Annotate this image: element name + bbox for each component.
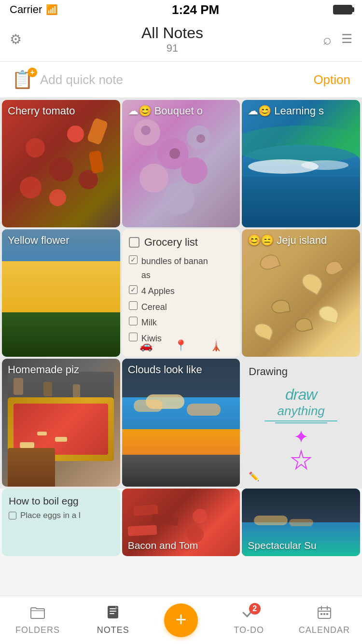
carrier-label: Carrier — [10, 3, 42, 16]
status-left: Carrier 📶 — [10, 3, 58, 16]
note-overlay-jeju — [242, 229, 360, 357]
header: ⚙ All Notes 91 ⌕ ☰ — [0, 19, 362, 62]
grocery-title: Grocery list — [144, 236, 198, 249]
item-text-2: Cereal — [141, 300, 167, 314]
note-card-grocery-list[interactable]: Grocery list bundles of bananas 4 Apples… — [122, 229, 240, 357]
footer-car-icon: 🚗 — [139, 339, 153, 352]
quick-note-bar: 📋 + Add quick note Option — [0, 62, 362, 98]
grocery-item-0: bundles of bananas — [129, 254, 234, 282]
draw-text-2: anything — [278, 404, 325, 419]
footer-pin-icon: 📍 — [174, 339, 187, 352]
wifi-icon: 📶 — [46, 4, 58, 15]
quick-note-placeholder[interactable]: Add quick note — [40, 72, 123, 87]
note-icon-wrap: 📋 + — [12, 70, 33, 90]
page-title: All Notes — [141, 24, 203, 42]
note-overlay-pizza — [2, 359, 120, 486]
search-icon[interactable]: ⌕ — [323, 31, 332, 48]
note-card-cherry-tomato[interactable]: Cherry tomato — [2, 100, 120, 227]
note-card-homemade-piz[interactable]: Homemade piz — [2, 359, 120, 486]
note-card-jeju-island[interactable]: 😊😑 Jeju island — [242, 229, 360, 357]
note-overlay-bouquet — [122, 100, 240, 227]
item-text-1: 4 Apples — [141, 284, 175, 298]
status-time: 1:24 PM — [172, 2, 219, 17]
svg-rect-3 — [110, 608, 116, 609]
draw-line-1 — [265, 420, 338, 421]
svg-rect-11 — [323, 613, 325, 615]
note-card-bacon-and-tom[interactable]: Bacon and Tom — [122, 489, 240, 556]
folders-label: FOLDERS — [15, 625, 60, 635]
egg-title: How to boil egg — [9, 495, 113, 507]
note-title-spectacular: Spectacular Su — [248, 540, 316, 551]
svg-rect-10 — [320, 613, 322, 615]
egg-preview: Place eggs in a l — [9, 511, 113, 520]
note-overlay-clouds — [122, 359, 240, 486]
bottom-cards-row: How to boil egg Place eggs in a l Bacon … — [0, 489, 362, 558]
footer-tower-icon: 🗼 — [209, 339, 223, 352]
status-right — [333, 5, 352, 14]
draw-text-1: draw — [285, 386, 317, 404]
note-card-drawing[interactable]: Drawing draw anything ✦ ✏️ — [242, 359, 360, 486]
settings-icon[interactable]: ⚙ — [10, 31, 22, 47]
item-text-3: Milk — [141, 316, 157, 330]
egg-preview-text: Place eggs in a l — [20, 511, 81, 520]
note-overlay — [2, 100, 120, 227]
note-card-clouds[interactable]: Clouds look like — [122, 359, 240, 486]
draw-star-svg — [289, 448, 313, 473]
drawing-title: Drawing — [249, 365, 353, 378]
todo-badge: 2 — [249, 603, 261, 615]
grocery-item-3: Milk — [129, 316, 234, 330]
grocery-header: Grocery list — [129, 236, 234, 249]
svg-rect-5 — [110, 613, 114, 614]
note-title-homemade-piz: Homemade piz — [8, 364, 79, 376]
add-button[interactable]: + — [164, 603, 198, 637]
note-card-yellow-flower[interactable]: Yellow flower — [2, 229, 120, 357]
add-icon: + — [175, 610, 186, 629]
todo-icon-wrap: 2 — [241, 605, 257, 623]
calendar-icon — [317, 605, 332, 623]
drawing-content: draw anything ✦ — [249, 382, 353, 473]
draw-pencil-icon: ✏️ — [249, 471, 259, 482]
checkbox-0 — [129, 255, 138, 264]
nav-folders[interactable]: FOLDERS — [0, 605, 75, 635]
note-card-bouquet[interactable]: ☁😊 Bouquet o — [122, 100, 240, 227]
note-card-how-to-boil-egg[interactable]: How to boil egg Place eggs in a l — [2, 489, 120, 556]
notes-icon — [106, 605, 120, 623]
header-center: All Notes 91 — [141, 24, 203, 55]
note-title-bouquet: ☁😊 Bouquet o — [128, 105, 203, 117]
nav-add[interactable]: + — [151, 603, 211, 637]
note-card-learning[interactable]: ☁😊 Learning s — [242, 100, 360, 227]
nav-calendar[interactable]: CALENDAR — [287, 605, 362, 635]
note-title-learning: ☁😊 Learning s — [248, 105, 324, 117]
note-title-bacon: Bacon and Tom — [128, 540, 198, 551]
note-card-spectacular-su[interactable]: Spectacular Su — [242, 489, 360, 556]
note-title-cherry-tomato: Cherry tomato — [8, 105, 75, 117]
grocery-items: bundles of bananas 4 Apples Cereal Milk … — [129, 254, 234, 346]
checkbox-2 — [129, 301, 138, 310]
checkbox-1 — [129, 285, 138, 294]
nav-notes[interactable]: NOTES — [75, 605, 151, 635]
todo-label: TO-DO — [234, 625, 264, 635]
notes-grid: Cherry tomato ☁😊 — [0, 98, 362, 489]
svg-rect-12 — [326, 613, 328, 615]
grocery-main-checkbox — [129, 237, 139, 248]
folders-icon — [30, 605, 45, 623]
svg-rect-4 — [110, 611, 116, 612]
notes-label: NOTES — [97, 625, 129, 635]
option-button[interactable]: Option — [313, 72, 350, 87]
note-overlay-learning — [242, 100, 360, 227]
checkbox-3 — [129, 317, 138, 325]
note-title-yellow-flower: Yellow flower — [8, 234, 70, 247]
menu-icon[interactable]: ☰ — [341, 31, 352, 48]
nav-todo[interactable]: 2 TO-DO — [211, 605, 287, 635]
draw-line-2 — [275, 422, 327, 423]
status-bar: Carrier 📶 1:24 PM — [0, 0, 362, 19]
item-text-0: bundles of bananas — [141, 254, 208, 282]
grocery-item-2: Cereal — [129, 300, 234, 314]
notes-count: 91 — [141, 42, 203, 55]
egg-checkbox — [9, 512, 16, 519]
calendar-label: CALENDAR — [299, 625, 350, 635]
quick-note-left: 📋 + Add quick note — [12, 70, 123, 90]
note-title-clouds: Clouds look like — [128, 364, 202, 376]
grocery-footer: 🚗 📍 🗼 — [129, 339, 234, 352]
main-content: Cherry tomato ☁😊 — [0, 98, 362, 606]
